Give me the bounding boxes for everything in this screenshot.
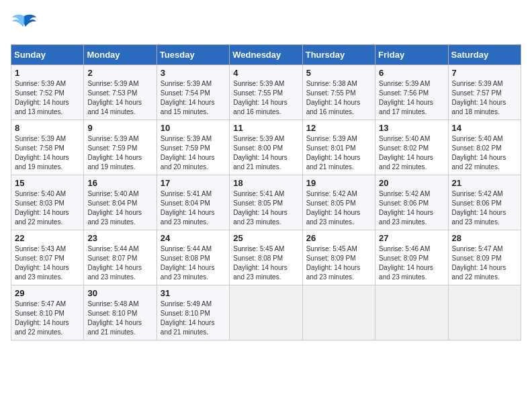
day-number: 11: [233, 123, 298, 133]
calendar-cell: 15 Sunrise: 5:40 AMSunset: 8:03 PMDaylig…: [11, 175, 84, 230]
day-info: Sunrise: 5:39 AMSunset: 7:57 PMDaylight:…: [452, 80, 506, 116]
day-number: 22: [15, 233, 80, 243]
day-info: Sunrise: 5:42 AMSunset: 8:05 PMDaylight:…: [306, 190, 361, 226]
day-info: Sunrise: 5:40 AMSunset: 8:04 PMDaylight:…: [87, 190, 142, 226]
day-number: 19: [306, 178, 371, 188]
weekday-header-friday: Friday: [375, 45, 448, 65]
calendar-cell: 19 Sunrise: 5:42 AMSunset: 8:05 PMDaylig…: [302, 175, 375, 230]
calendar-cell: 16 Sunrise: 5:40 AMSunset: 8:04 PMDaylig…: [84, 175, 157, 230]
day-info: Sunrise: 5:39 AMSunset: 7:56 PMDaylight:…: [379, 80, 433, 116]
calendar-cell: 7 Sunrise: 5:39 AMSunset: 7:57 PMDayligh…: [448, 65, 521, 120]
calendar-cell: 24 Sunrise: 5:44 AMSunset: 8:08 PMDaylig…: [157, 230, 229, 285]
day-info: Sunrise: 5:46 AMSunset: 8:09 PMDaylight:…: [379, 245, 433, 281]
day-number: 6: [379, 68, 444, 78]
day-info: Sunrise: 5:39 AMSunset: 7:52 PMDaylight:…: [15, 80, 69, 116]
day-info: Sunrise: 5:44 AMSunset: 8:07 PMDaylight:…: [87, 245, 142, 281]
day-number: 2: [87, 68, 152, 78]
day-info: Sunrise: 5:40 AMSunset: 8:02 PMDaylight:…: [452, 135, 506, 171]
weekday-header-sunday: Sunday: [11, 45, 84, 65]
weekday-header-monday: Monday: [84, 45, 157, 65]
day-info: Sunrise: 5:39 AMSunset: 7:53 PMDaylight:…: [87, 80, 142, 116]
day-info: Sunrise: 5:42 AMSunset: 8:06 PMDaylight:…: [379, 190, 433, 226]
day-number: 31: [161, 288, 226, 298]
calendar-cell: 12 Sunrise: 5:39 AMSunset: 8:01 PMDaylig…: [302, 120, 375, 175]
calendar-week-row: 1 Sunrise: 5:39 AMSunset: 7:52 PMDayligh…: [11, 65, 521, 120]
day-number: 13: [379, 123, 444, 133]
calendar-cell: 30 Sunrise: 5:48 AMSunset: 8:10 PMDaylig…: [84, 285, 157, 340]
calendar-cell: 11 Sunrise: 5:39 AMSunset: 8:00 PMDaylig…: [230, 120, 302, 175]
day-number: 26: [306, 233, 371, 243]
weekday-header-wednesday: Wednesday: [230, 45, 302, 65]
calendar-week-row: 15 Sunrise: 5:40 AMSunset: 8:03 PMDaylig…: [11, 175, 521, 230]
calendar-week-row: 29 Sunrise: 5:47 AMSunset: 8:10 PMDaylig…: [11, 285, 521, 340]
day-number: 14: [452, 123, 517, 133]
calendar-cell: 31 Sunrise: 5:49 AMSunset: 8:10 PMDaylig…: [157, 285, 229, 340]
calendar-cell: 29 Sunrise: 5:47 AMSunset: 8:10 PMDaylig…: [11, 285, 84, 340]
page-header: [11, 11, 521, 38]
day-info: Sunrise: 5:39 AMSunset: 7:58 PMDaylight:…: [15, 135, 69, 171]
day-info: Sunrise: 5:39 AMSunset: 7:54 PMDaylight:…: [161, 80, 215, 116]
calendar-cell: [302, 285, 375, 340]
day-number: 21: [452, 178, 517, 188]
calendar-cell: 28 Sunrise: 5:47 AMSunset: 8:09 PMDaylig…: [448, 230, 521, 285]
calendar-week-row: 22 Sunrise: 5:43 AMSunset: 8:07 PMDaylig…: [11, 230, 521, 285]
day-info: Sunrise: 5:40 AMSunset: 8:03 PMDaylight:…: [15, 190, 69, 226]
day-number: 28: [452, 233, 517, 243]
day-number: 17: [161, 178, 226, 188]
day-info: Sunrise: 5:48 AMSunset: 8:10 PMDaylight:…: [87, 300, 142, 336]
calendar-cell: 17 Sunrise: 5:41 AMSunset: 8:04 PMDaylig…: [157, 175, 229, 230]
calendar-cell: 25 Sunrise: 5:45 AMSunset: 8:08 PMDaylig…: [230, 230, 302, 285]
day-number: 12: [306, 123, 371, 133]
day-number: 25: [233, 233, 298, 243]
day-info: Sunrise: 5:40 AMSunset: 8:02 PMDaylight:…: [379, 135, 433, 171]
calendar-cell: 3 Sunrise: 5:39 AMSunset: 7:54 PMDayligh…: [157, 65, 229, 120]
logo: [11, 11, 40, 38]
day-info: Sunrise: 5:39 AMSunset: 7:59 PMDaylight:…: [87, 135, 142, 171]
calendar-cell: 26 Sunrise: 5:45 AMSunset: 8:09 PMDaylig…: [302, 230, 375, 285]
calendar-cell: 10 Sunrise: 5:39 AMSunset: 7:59 PMDaylig…: [157, 120, 229, 175]
calendar-cell: 2 Sunrise: 5:39 AMSunset: 7:53 PMDayligh…: [84, 65, 157, 120]
calendar-cell: 23 Sunrise: 5:44 AMSunset: 8:07 PMDaylig…: [84, 230, 157, 285]
day-info: Sunrise: 5:49 AMSunset: 8:10 PMDaylight:…: [161, 300, 215, 336]
day-number: 1: [15, 68, 80, 78]
day-number: 27: [379, 233, 444, 243]
day-number: 16: [87, 178, 152, 188]
day-info: Sunrise: 5:44 AMSunset: 8:08 PMDaylight:…: [161, 245, 215, 281]
weekday-header-thursday: Thursday: [302, 45, 375, 65]
day-info: Sunrise: 5:41 AMSunset: 8:05 PMDaylight:…: [233, 190, 287, 226]
weekday-header-tuesday: Tuesday: [157, 45, 229, 65]
weekday-header-row: SundayMondayTuesdayWednesdayThursdayFrid…: [11, 45, 521, 65]
calendar-cell: 1 Sunrise: 5:39 AMSunset: 7:52 PMDayligh…: [11, 65, 84, 120]
day-info: Sunrise: 5:39 AMSunset: 7:59 PMDaylight:…: [161, 135, 215, 171]
calendar-cell: 5 Sunrise: 5:38 AMSunset: 7:55 PMDayligh…: [302, 65, 375, 120]
day-info: Sunrise: 5:38 AMSunset: 7:55 PMDaylight:…: [306, 80, 361, 116]
calendar-cell: 13 Sunrise: 5:40 AMSunset: 8:02 PMDaylig…: [375, 120, 448, 175]
calendar-cell: 20 Sunrise: 5:42 AMSunset: 8:06 PMDaylig…: [375, 175, 448, 230]
calendar-cell: [375, 285, 448, 340]
day-info: Sunrise: 5:41 AMSunset: 8:04 PMDaylight:…: [161, 190, 215, 226]
day-number: 18: [233, 178, 298, 188]
day-number: 29: [15, 288, 80, 298]
day-number: 30: [87, 288, 152, 298]
day-info: Sunrise: 5:42 AMSunset: 8:06 PMDaylight:…: [452, 190, 506, 226]
day-number: 3: [161, 68, 226, 78]
calendar-cell: 22 Sunrise: 5:43 AMSunset: 8:07 PMDaylig…: [11, 230, 84, 285]
calendar-cell: 14 Sunrise: 5:40 AMSunset: 8:02 PMDaylig…: [448, 120, 521, 175]
calendar-cell: 8 Sunrise: 5:39 AMSunset: 7:58 PMDayligh…: [11, 120, 84, 175]
day-number: 4: [233, 68, 298, 78]
day-info: Sunrise: 5:39 AMSunset: 7:55 PMDaylight:…: [233, 80, 287, 116]
day-number: 23: [87, 233, 152, 243]
day-info: Sunrise: 5:39 AMSunset: 8:01 PMDaylight:…: [306, 135, 361, 171]
day-number: 24: [161, 233, 226, 243]
day-number: 7: [452, 68, 517, 78]
calendar-cell: 27 Sunrise: 5:46 AMSunset: 8:09 PMDaylig…: [375, 230, 448, 285]
calendar-week-row: 8 Sunrise: 5:39 AMSunset: 7:58 PMDayligh…: [11, 120, 521, 175]
day-number: 10: [161, 123, 226, 133]
calendar-cell: 18 Sunrise: 5:41 AMSunset: 8:05 PMDaylig…: [230, 175, 302, 230]
weekday-header-saturday: Saturday: [448, 45, 521, 65]
calendar-cell: 6 Sunrise: 5:39 AMSunset: 7:56 PMDayligh…: [375, 65, 448, 120]
logo-icon: [11, 11, 38, 38]
day-number: 20: [379, 178, 444, 188]
calendar-cell: 9 Sunrise: 5:39 AMSunset: 7:59 PMDayligh…: [84, 120, 157, 175]
calendar-cell: 21 Sunrise: 5:42 AMSunset: 8:06 PMDaylig…: [448, 175, 521, 230]
